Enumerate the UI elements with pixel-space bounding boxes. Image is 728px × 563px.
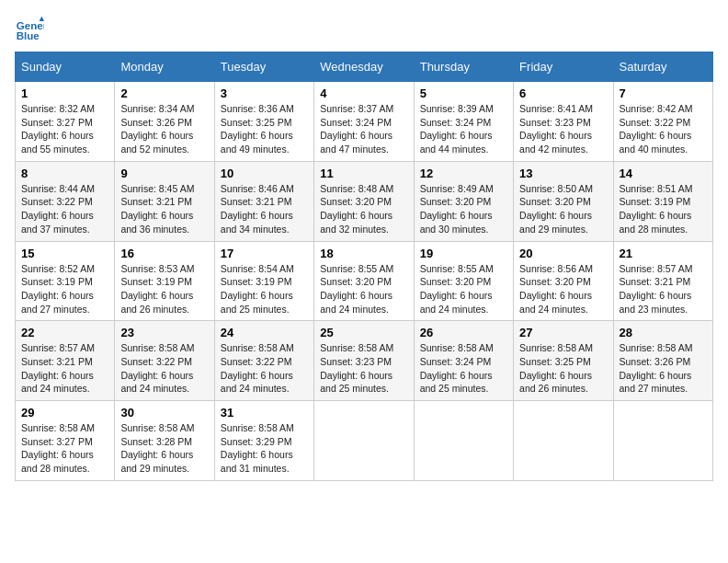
day-number: 14 xyxy=(620,167,707,180)
cell-details: Sunrise: 8:45 AMSunset: 3:21 PMDaylight:… xyxy=(120,182,208,236)
calendar-cell: 23Sunrise: 8:58 AMSunset: 3:22 PMDayligh… xyxy=(115,321,214,401)
cell-details: Sunrise: 8:58 AMSunset: 3:22 PMDaylight:… xyxy=(120,341,208,396)
cell-details: Sunrise: 8:37 AMSunset: 3:24 PMDaylight:… xyxy=(320,102,407,156)
cell-details: Sunrise: 8:55 AMSunset: 3:20 PMDaylight:… xyxy=(420,262,507,316)
day-number: 6 xyxy=(519,86,607,100)
day-number: 20 xyxy=(519,247,607,260)
day-number: 7 xyxy=(620,86,707,100)
calendar-header-row: SundayMondayTuesdayWednesdayThursdayFrid… xyxy=(16,52,713,82)
cell-details: Sunrise: 8:52 AMSunset: 3:19 PMDaylight:… xyxy=(21,262,108,316)
day-number: 1 xyxy=(21,86,108,100)
cell-details: Sunrise: 8:54 AMSunset: 3:19 PMDaylight:… xyxy=(221,262,308,316)
day-number: 21 xyxy=(620,247,707,260)
header: General Blue xyxy=(15,15,713,44)
day-number: 11 xyxy=(320,167,407,180)
calendar-cell: 15Sunrise: 8:52 AMSunset: 3:19 PMDayligh… xyxy=(16,241,115,321)
cell-details: Sunrise: 8:48 AMSunset: 3:20 PMDaylight:… xyxy=(320,182,407,236)
day-number: 10 xyxy=(221,167,308,180)
calendar-cell: 1Sunrise: 8:32 AMSunset: 3:27 PMDaylight… xyxy=(16,82,115,162)
calendar-cell: 18Sunrise: 8:55 AMSunset: 3:20 PMDayligh… xyxy=(314,241,414,321)
calendar-week-row: 8Sunrise: 8:44 AMSunset: 3:22 PMDaylight… xyxy=(16,161,713,241)
calendar-cell: 10Sunrise: 8:46 AMSunset: 3:21 PMDayligh… xyxy=(214,161,313,241)
day-number: 17 xyxy=(221,247,308,260)
cell-details: Sunrise: 8:58 AMSunset: 3:28 PMDaylight:… xyxy=(120,421,208,476)
cell-details: Sunrise: 8:36 AMSunset: 3:25 PMDaylight:… xyxy=(221,102,308,156)
cell-details: Sunrise: 8:58 AMSunset: 3:25 PMDaylight:… xyxy=(519,341,607,396)
calendar-cell: 26Sunrise: 8:58 AMSunset: 3:24 PMDayligh… xyxy=(414,321,513,401)
logo-icon: General Blue xyxy=(15,15,44,44)
day-number: 8 xyxy=(21,167,108,180)
calendar-cell: 30Sunrise: 8:58 AMSunset: 3:28 PMDayligh… xyxy=(115,401,214,481)
logo: General Blue xyxy=(15,15,48,44)
cell-details: Sunrise: 8:50 AMSunset: 3:20 PMDaylight:… xyxy=(519,182,607,236)
calendar-cell: 17Sunrise: 8:54 AMSunset: 3:19 PMDayligh… xyxy=(214,241,313,321)
calendar-cell: 28Sunrise: 8:58 AMSunset: 3:26 PMDayligh… xyxy=(613,321,712,401)
cell-details: Sunrise: 8:39 AMSunset: 3:24 PMDaylight:… xyxy=(420,102,507,156)
day-number: 22 xyxy=(21,326,108,339)
cell-details: Sunrise: 8:46 AMSunset: 3:21 PMDaylight:… xyxy=(221,182,308,236)
calendar-cell: 19Sunrise: 8:55 AMSunset: 3:20 PMDayligh… xyxy=(414,241,513,321)
day-number: 15 xyxy=(21,247,108,260)
col-header-wednesday: Wednesday xyxy=(314,52,414,82)
col-header-friday: Friday xyxy=(514,52,613,82)
svg-marker-2 xyxy=(40,17,44,21)
col-header-tuesday: Tuesday xyxy=(214,52,313,82)
day-number: 9 xyxy=(120,167,208,180)
svg-text:Blue: Blue xyxy=(17,30,40,41)
day-number: 25 xyxy=(320,326,407,339)
cell-details: Sunrise: 8:42 AMSunset: 3:22 PMDaylight:… xyxy=(620,102,707,156)
cell-details: Sunrise: 8:58 AMSunset: 3:29 PMDaylight:… xyxy=(221,421,308,476)
calendar-cell: 20Sunrise: 8:56 AMSunset: 3:20 PMDayligh… xyxy=(514,241,613,321)
col-header-monday: Monday xyxy=(115,52,214,82)
calendar-cell: 22Sunrise: 8:57 AMSunset: 3:21 PMDayligh… xyxy=(16,321,115,401)
calendar-cell: 12Sunrise: 8:49 AMSunset: 3:20 PMDayligh… xyxy=(414,161,513,241)
day-number: 28 xyxy=(620,326,707,339)
calendar-cell: 7Sunrise: 8:42 AMSunset: 3:22 PMDaylight… xyxy=(613,82,712,162)
day-number: 27 xyxy=(519,326,607,339)
day-number: 26 xyxy=(420,326,507,339)
calendar-cell: 29Sunrise: 8:58 AMSunset: 3:27 PMDayligh… xyxy=(16,401,115,481)
calendar-week-row: 1Sunrise: 8:32 AMSunset: 3:27 PMDaylight… xyxy=(16,82,713,162)
calendar-cell: 3Sunrise: 8:36 AMSunset: 3:25 PMDaylight… xyxy=(214,82,313,162)
day-number: 3 xyxy=(221,86,308,100)
day-number: 31 xyxy=(221,406,308,419)
calendar-cell xyxy=(514,401,613,481)
cell-details: Sunrise: 8:55 AMSunset: 3:20 PMDaylight:… xyxy=(320,262,407,316)
cell-details: Sunrise: 8:34 AMSunset: 3:26 PMDaylight:… xyxy=(120,102,208,156)
day-number: 19 xyxy=(420,247,507,260)
calendar-cell: 31Sunrise: 8:58 AMSunset: 3:29 PMDayligh… xyxy=(214,401,313,481)
cell-details: Sunrise: 8:57 AMSunset: 3:21 PMDaylight:… xyxy=(21,341,108,396)
calendar-cell: 13Sunrise: 8:50 AMSunset: 3:20 PMDayligh… xyxy=(514,161,613,241)
calendar-cell: 2Sunrise: 8:34 AMSunset: 3:26 PMDaylight… xyxy=(115,82,214,162)
calendar-cell: 5Sunrise: 8:39 AMSunset: 3:24 PMDaylight… xyxy=(414,82,513,162)
calendar-cell xyxy=(613,401,712,481)
day-number: 30 xyxy=(120,406,208,419)
cell-details: Sunrise: 8:57 AMSunset: 3:21 PMDaylight:… xyxy=(620,262,707,316)
day-number: 23 xyxy=(120,326,208,339)
cell-details: Sunrise: 8:56 AMSunset: 3:20 PMDaylight:… xyxy=(519,262,607,316)
cell-details: Sunrise: 8:58 AMSunset: 3:27 PMDaylight:… xyxy=(21,421,108,476)
calendar-cell: 25Sunrise: 8:58 AMSunset: 3:23 PMDayligh… xyxy=(314,321,414,401)
day-number: 16 xyxy=(120,247,208,260)
day-number: 29 xyxy=(21,406,108,419)
day-number: 12 xyxy=(420,167,507,180)
day-number: 24 xyxy=(221,326,308,339)
calendar-cell xyxy=(314,401,414,481)
calendar-cell: 4Sunrise: 8:37 AMSunset: 3:24 PMDaylight… xyxy=(314,82,414,162)
cell-details: Sunrise: 8:41 AMSunset: 3:23 PMDaylight:… xyxy=(519,102,607,156)
cell-details: Sunrise: 8:32 AMSunset: 3:27 PMDaylight:… xyxy=(21,102,108,156)
cell-details: Sunrise: 8:49 AMSunset: 3:20 PMDaylight:… xyxy=(420,182,507,236)
calendar-cell: 16Sunrise: 8:53 AMSunset: 3:19 PMDayligh… xyxy=(115,241,214,321)
cell-details: Sunrise: 8:58 AMSunset: 3:26 PMDaylight:… xyxy=(620,341,707,396)
day-number: 4 xyxy=(320,86,407,100)
calendar-cell: 9Sunrise: 8:45 AMSunset: 3:21 PMDaylight… xyxy=(115,161,214,241)
calendar-cell: 11Sunrise: 8:48 AMSunset: 3:20 PMDayligh… xyxy=(314,161,414,241)
calendar-cell: 24Sunrise: 8:58 AMSunset: 3:22 PMDayligh… xyxy=(214,321,313,401)
calendar-cell xyxy=(414,401,513,481)
calendar-week-row: 22Sunrise: 8:57 AMSunset: 3:21 PMDayligh… xyxy=(16,321,713,401)
calendar-cell: 27Sunrise: 8:58 AMSunset: 3:25 PMDayligh… xyxy=(514,321,613,401)
cell-details: Sunrise: 8:58 AMSunset: 3:23 PMDaylight:… xyxy=(320,341,407,396)
cell-details: Sunrise: 8:58 AMSunset: 3:22 PMDaylight:… xyxy=(221,341,308,396)
day-number: 5 xyxy=(420,86,507,100)
calendar-week-row: 29Sunrise: 8:58 AMSunset: 3:27 PMDayligh… xyxy=(16,401,713,481)
